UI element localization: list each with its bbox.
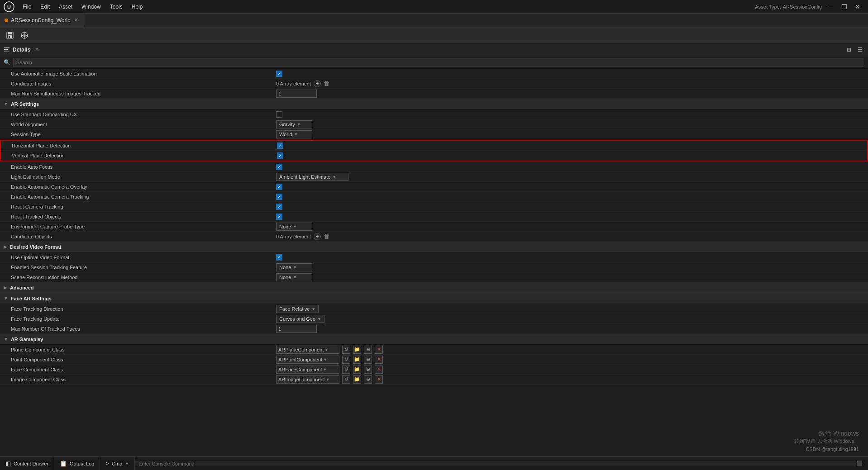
face-component-class-dropdown-value: ARFaceComponent	[278, 367, 322, 372]
cmd-dropdown-arrow: ▼	[125, 461, 129, 466]
vertical-plane-detection-checkbox[interactable]	[277, 152, 283, 159]
face-tracking-direction-dropdown[interactable]: Face Relative ▼	[276, 305, 319, 313]
image-component-class-dropdown-value: ARImageComponent	[278, 377, 325, 382]
menu-tools[interactable]: Tools	[105, 0, 127, 14]
menu-file[interactable]: File	[18, 0, 36, 14]
close-button[interactable]: ✕	[851, 0, 864, 14]
candidate-images-count: 0 Array element	[276, 81, 311, 86]
plane-component-class-dropdown-value: ARPlaneComponent	[278, 347, 324, 352]
session-type-label: Session Type	[9, 132, 276, 137]
face-ar-settings-section[interactable]: ▼ Face AR Settings	[0, 293, 868, 304]
face-component-class-dropdown[interactable]: ARFaceComponent ▼	[276, 366, 339, 374]
environment-capture-probe-type-dropdown[interactable]: None ▼	[276, 223, 312, 231]
content-drawer-label: Content Drawer	[14, 461, 48, 466]
point-component-class-icon-btn-1[interactable]: ↺	[342, 356, 350, 364]
reset-camera-tracking-checkbox[interactable]	[276, 204, 282, 210]
enable-auto-focus-checkbox[interactable]	[276, 164, 282, 170]
restore-button[interactable]: ❐	[837, 0, 851, 14]
face-tracking-update-label: Face Tracking Update	[9, 316, 276, 322]
browse-button[interactable]	[18, 29, 31, 42]
world-alignment-dropdown[interactable]: Gravity ▼	[276, 120, 312, 128]
face-tracking-direction-label: Face Tracking Direction	[9, 306, 276, 312]
desired-video-format-section[interactable]: ▶ Desired Video Format	[0, 242, 868, 252]
image-component-class-icon-btn-2[interactable]: 📁	[353, 375, 361, 384]
plane-component-class-value: ARPlaneComponent ▼ ↺ 📁 ⊕ ✕	[276, 346, 868, 354]
use-standard-onboarding-checkbox[interactable]	[276, 111, 282, 118]
menu-window[interactable]: Window	[77, 0, 105, 14]
details-icon	[4, 47, 10, 53]
plane-component-class-icon-btn-1[interactable]: ↺	[342, 346, 350, 354]
point-component-class-icon-btn-3[interactable]: ⊕	[364, 356, 372, 364]
enabled-session-tracking-feature-row: Enabled Session Tracking Feature None ▼	[0, 262, 868, 272]
image-component-class-dropdown[interactable]: ARImageComponent ▼	[276, 375, 339, 384]
candidate-objects-add-button[interactable]: +	[314, 233, 321, 240]
light-estimation-mode-row: Light Estimation Mode Ambient Light Esti…	[0, 172, 868, 182]
face-component-class-icon-btn-3[interactable]: ⊕	[364, 366, 372, 374]
svg-rect-3	[8, 32, 12, 34]
panel-icon-list[interactable]: ☰	[855, 45, 864, 54]
minimize-button[interactable]: ─	[824, 0, 837, 14]
menu-asset[interactable]: Asset	[54, 0, 77, 14]
max-number-of-tracked-faces-input[interactable]	[276, 325, 317, 333]
point-component-class-dropdown[interactable]: ARPointComponent ▼	[276, 356, 339, 364]
enable-automatic-camera-tracking-checkbox[interactable]	[276, 194, 282, 200]
image-component-class-icon-btn-4[interactable]: ✕	[375, 375, 383, 384]
cmd-input[interactable]	[135, 461, 856, 466]
cmd-button[interactable]: > Cmd ▼	[100, 457, 135, 470]
enable-automatic-camera-overlay-checkbox[interactable]	[276, 184, 282, 190]
reset-tracked-objects-checkbox[interactable]	[276, 214, 282, 220]
plane-component-class-icon-btn-4[interactable]: ✕	[375, 346, 383, 354]
use-standard-onboarding-value	[276, 111, 868, 118]
point-component-class-icon-btn-4[interactable]: ✕	[375, 356, 383, 364]
candidate-images-label: Candidate Images	[9, 81, 276, 86]
panel-icon-grid[interactable]: ⊞	[844, 45, 854, 54]
advanced-section[interactable]: ▶ Advanced	[0, 282, 868, 293]
title-bar-left: U File Edit Asset Window Tools Help	[0, 0, 147, 14]
menu-help[interactable]: Help	[127, 0, 148, 14]
tab-arsessionconfig[interactable]: ARSessionConfig_World ✕	[0, 14, 84, 27]
face-component-class-icon-btn-4[interactable]: ✕	[375, 366, 383, 374]
light-estimation-mode-dropdown[interactable]: Ambient Light Estimate ▼	[276, 173, 348, 181]
status-bar: ◧ Content Drawer 📋 Output Log > Cmd ▼ ⬛	[0, 456, 868, 470]
ar-gameplay-section[interactable]: ▼ AR Gameplay	[0, 334, 868, 345]
plane-component-class-icon-btn-3[interactable]: ⊕	[364, 346, 372, 354]
use-automatic-image-scale-label: Use Automatic Image Scale Estimation	[9, 71, 276, 76]
max-number-of-tracked-faces-value	[276, 325, 868, 333]
session-type-dropdown[interactable]: World ▼	[276, 130, 312, 138]
candidate-images-add-button[interactable]: +	[314, 80, 321, 87]
image-component-class-icon-btn-3[interactable]: ⊕	[364, 375, 372, 384]
enable-automatic-camera-overlay-label: Enable Automatic Camera Overlay	[9, 184, 276, 190]
watermark: 激活 Windows 转到"设置"以激活 Windows。 CSDN @teng…	[794, 430, 859, 452]
point-component-class-icon-btn-2[interactable]: 📁	[353, 356, 361, 364]
cmd-icon: >	[105, 460, 109, 467]
svg-rect-9	[4, 47, 10, 48]
search-input[interactable]	[13, 58, 864, 67]
content-drawer-button[interactable]: ◧ Content Drawer	[0, 457, 54, 470]
menu-edit[interactable]: Edit	[36, 0, 54, 14]
candidate-images-delete-button[interactable]: 🗑	[324, 80, 329, 87]
max-num-simultaneous-input[interactable]	[276, 90, 317, 98]
enable-automatic-camera-overlay-row: Enable Automatic Camera Overlay	[0, 182, 868, 192]
scene-reconstruction-method-dropdown[interactable]: None ▼	[276, 273, 312, 281]
output-log-button[interactable]: 📋 Output Log	[54, 457, 100, 470]
candidate-objects-delete-button[interactable]: 🗑	[324, 233, 329, 240]
plane-component-class-icon-btn-2[interactable]: 📁	[353, 346, 361, 354]
enabled-session-tracking-feature-dropdown[interactable]: None ▼	[276, 263, 312, 271]
save-button[interactable]	[4, 29, 16, 42]
panel-close-button[interactable]: ✕	[35, 47, 39, 52]
main-content: Use Automatic Image Scale Estimation Can…	[0, 69, 868, 456]
environment-capture-probe-type-dropdown-value: None	[279, 224, 291, 229]
use-optimal-video-format-checkbox[interactable]	[276, 254, 282, 261]
ar-settings-title: AR Settings	[11, 101, 39, 107]
use-standard-onboarding-row: Use Standard Onboarding UX	[0, 109, 868, 119]
face-component-class-icon-btn-1[interactable]: ↺	[342, 366, 350, 374]
horizontal-plane-detection-checkbox[interactable]	[277, 142, 283, 149]
tab-close-button[interactable]: ✕	[73, 16, 79, 24]
ar-settings-section[interactable]: ▼ AR Settings	[0, 99, 868, 109]
face-component-class-icon-btn-2[interactable]: 📁	[353, 366, 361, 374]
reset-tracked-objects-label: Reset Tracked Objects	[9, 214, 276, 219]
face-tracking-update-dropdown[interactable]: Curves and Geo ▼	[276, 315, 324, 323]
image-component-class-icon-btn-1[interactable]: ↺	[342, 375, 350, 384]
plane-component-class-dropdown[interactable]: ARPlaneComponent ▼	[276, 346, 339, 354]
use-automatic-image-scale-checkbox[interactable]	[276, 71, 282, 77]
